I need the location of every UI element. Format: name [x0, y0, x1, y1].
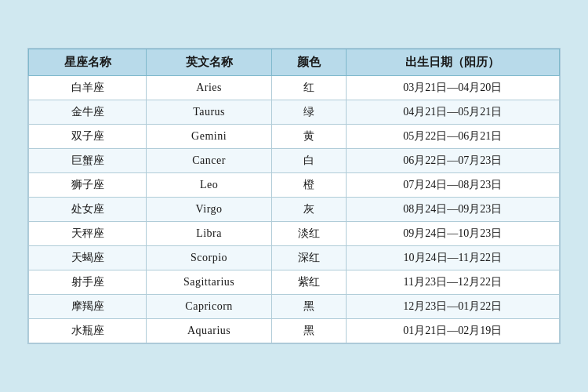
table-row: 水瓶座Aquarius黑01月21日—02月19日 — [29, 319, 560, 343]
zodiac-color: 橙 — [272, 173, 346, 198]
table-row: 狮子座Leo橙07月24日—08月23日 — [29, 173, 560, 198]
zodiac-color: 黑 — [272, 319, 346, 343]
zodiac-date: 07月24日—08月23日 — [346, 173, 559, 198]
table-row: 摩羯座Capricorn黑12月23日—01月22日 — [29, 295, 560, 319]
zodiac-cn-name: 天蝎座 — [29, 246, 147, 270]
table-header-row: 星座名称英文名称颜色出生日期（阳历） — [29, 49, 560, 76]
zodiac-cn-name: 巨蟹座 — [29, 149, 147, 173]
table-row: 巨蟹座Cancer白06月22日—07月23日 — [29, 149, 560, 173]
zodiac-table-container: 星座名称英文名称颜色出生日期（阳历） 白羊座Aries红03月21日—04月20… — [27, 48, 561, 344]
table-row: 金牛座Taurus绿04月21日—05月21日 — [29, 100, 560, 125]
zodiac-en-name: Sagittarius — [147, 270, 272, 295]
zodiac-color: 绿 — [272, 100, 346, 125]
zodiac-en-name: Aquarius — [147, 319, 272, 343]
zodiac-en-name: Taurus — [147, 100, 272, 125]
zodiac-color: 白 — [272, 149, 346, 173]
zodiac-cn-name: 金牛座 — [29, 100, 147, 125]
zodiac-en-name: Gemini — [147, 125, 272, 149]
zodiac-date: 10月24日—11月22日 — [346, 246, 559, 270]
zodiac-date: 06月22日—07月23日 — [346, 149, 559, 173]
zodiac-color: 灰 — [272, 198, 346, 222]
zodiac-date: 04月21日—05月21日 — [346, 100, 559, 125]
zodiac-cn-name: 水瓶座 — [29, 319, 147, 343]
zodiac-en-name: Cancer — [147, 149, 272, 173]
table-row: 处女座Virgo灰08月24日—09月23日 — [29, 198, 560, 222]
zodiac-en-name: Capricorn — [147, 295, 272, 319]
table-header-cell: 星座名称 — [29, 49, 147, 76]
zodiac-color: 黑 — [272, 295, 346, 319]
zodiac-cn-name: 天秤座 — [29, 222, 147, 246]
zodiac-table: 星座名称英文名称颜色出生日期（阳历） 白羊座Aries红03月21日—04月20… — [28, 49, 560, 343]
zodiac-en-name: Scorpio — [147, 246, 272, 270]
zodiac-cn-name: 白羊座 — [29, 76, 147, 100]
zodiac-cn-name: 摩羯座 — [29, 295, 147, 319]
zodiac-date: 09月24日—10月23日 — [346, 222, 559, 246]
zodiac-color: 淡红 — [272, 222, 346, 246]
table-row: 天蝎座Scorpio深红10月24日—11月22日 — [29, 246, 560, 270]
zodiac-color: 黄 — [272, 125, 346, 149]
zodiac-date: 05月22日—06月21日 — [346, 125, 559, 149]
zodiac-date: 12月23日—01月22日 — [346, 295, 559, 319]
table-row: 射手座Sagittarius紫红11月23日—12月22日 — [29, 270, 560, 295]
zodiac-cn-name: 狮子座 — [29, 173, 147, 198]
zodiac-cn-name: 双子座 — [29, 125, 147, 149]
zodiac-en-name: Leo — [147, 173, 272, 198]
table-row: 双子座Gemini黄05月22日—06月21日 — [29, 125, 560, 149]
table-header-cell: 颜色 — [272, 49, 346, 76]
table-header-cell: 出生日期（阳历） — [346, 49, 559, 76]
zodiac-color: 红 — [272, 76, 346, 100]
zodiac-cn-name: 射手座 — [29, 270, 147, 295]
zodiac-en-name: Libra — [147, 222, 272, 246]
table-row: 白羊座Aries红03月21日—04月20日 — [29, 76, 560, 100]
zodiac-date: 08月24日—09月23日 — [346, 198, 559, 222]
zodiac-color: 紫红 — [272, 270, 346, 295]
zodiac-cn-name: 处女座 — [29, 198, 147, 222]
zodiac-date: 01月21日—02月19日 — [346, 319, 559, 343]
table-header-cell: 英文名称 — [147, 49, 272, 76]
zodiac-date: 03月21日—04月20日 — [346, 76, 559, 100]
table-row: 天秤座Libra淡红09月24日—10月23日 — [29, 222, 560, 246]
zodiac-en-name: Aries — [147, 76, 272, 100]
zodiac-color: 深红 — [272, 246, 346, 270]
zodiac-en-name: Virgo — [147, 198, 272, 222]
zodiac-date: 11月23日—12月22日 — [346, 270, 559, 295]
